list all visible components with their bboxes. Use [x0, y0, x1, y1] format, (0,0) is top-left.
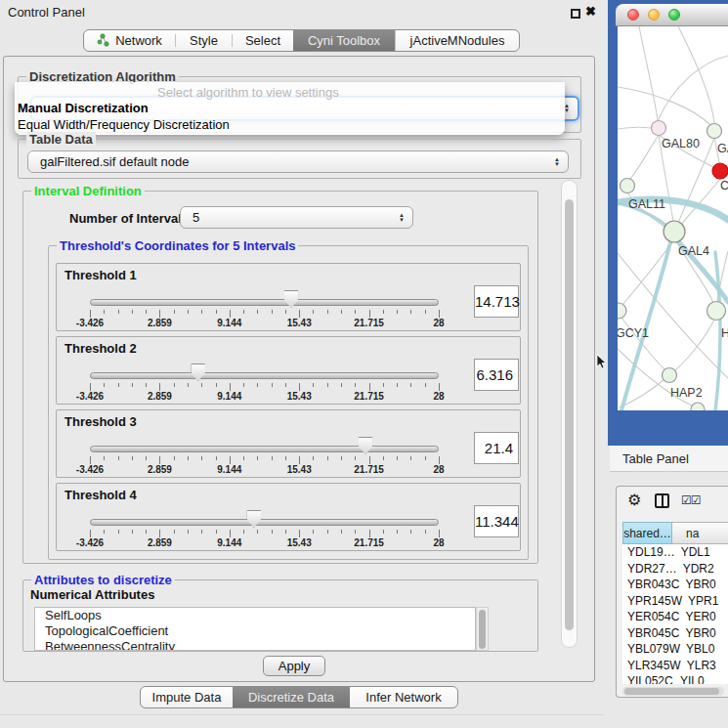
table-hscrollbar[interactable]: [622, 687, 724, 696]
panel-scrollbar[interactable]: [561, 180, 578, 648]
tick-mark: [104, 456, 105, 460]
network-edge[interactable]: [675, 320, 714, 370]
network-node[interactable]: [663, 368, 677, 383]
scrollbar-thumb[interactable]: [565, 199, 574, 630]
tick-mark: [90, 383, 91, 391]
threshold-value-field[interactable]: 11.344: [474, 505, 519, 537]
tick-label: 28: [433, 537, 444, 548]
network-node[interactable]: [664, 221, 685, 242]
network-node[interactable]: [652, 121, 666, 136]
table-row[interactable]: YIL052CYIL0: [622, 673, 728, 684]
table-cell: YBR045C: [622, 625, 679, 642]
close-icon[interactable]: ✖: [585, 4, 596, 19]
slider-tick-labels: -3.4262.8599.14415.4321.71528: [90, 391, 439, 403]
network-edge[interactable]: [622, 242, 672, 305]
table-row[interactable]: YER054CYER0: [622, 609, 728, 625]
tick-mark: [299, 310, 300, 318]
network-node[interactable]: [707, 302, 726, 321]
screen: Control Panel ✖ Network Style Select Cyn…: [0, 0, 728, 728]
zoom-traffic-icon[interactable]: [668, 9, 680, 21]
table-row[interactable]: YBR045CYBR0: [622, 625, 728, 642]
tick-label: 28: [433, 464, 444, 475]
tab-discretize-data[interactable]: Discretize Data: [233, 687, 350, 707]
network-node[interactable]: [691, 403, 705, 410]
threshold-value-field[interactable]: 14.713: [474, 285, 519, 318]
tab-select[interactable]: Select: [233, 30, 293, 51]
network-edge-highlighted[interactable]: [715, 252, 720, 410]
tick-mark: [257, 456, 258, 460]
table-row[interactable]: YBR043CYBR0: [622, 577, 728, 593]
tick-mark: [201, 530, 202, 534]
attribute-list-item[interactable]: BetweennessCentrality: [35, 639, 475, 651]
mouse-cursor-icon: [596, 354, 608, 370]
table-row[interactable]: YDR27…YDR2: [622, 561, 728, 578]
attributes-scrollbar[interactable]: [476, 607, 489, 651]
tick-mark: [341, 383, 342, 387]
network-node-label: C: [720, 179, 728, 193]
network-icon: [97, 33, 109, 48]
tick-mark: [341, 310, 342, 314]
network-canvas[interactable]: GAL80GACGAL11GAL4GCY1HHAP2: [618, 26, 728, 410]
table-row[interactable]: YPR145WYPR1: [622, 593, 728, 610]
network-edge[interactable]: [678, 26, 714, 123]
network-node-label: GCY1: [618, 326, 649, 340]
tick-mark: [257, 310, 258, 314]
network-node[interactable]: [712, 163, 728, 179]
threshold-value-field[interactable]: 21.4: [474, 432, 519, 464]
table-cell: YDL19…: [622, 544, 675, 561]
scrollbar-thumb[interactable]: [479, 610, 486, 649]
network-node[interactable]: [707, 124, 722, 139]
tick-mark: [355, 310, 356, 314]
tick-mark: [257, 530, 258, 534]
combo-value: galFiltered.sif default node: [40, 154, 189, 169]
network-edge[interactable]: [618, 127, 651, 129]
table-row[interactable]: YBL079WYBL0: [622, 641, 728, 658]
table-row[interactable]: YDL19…YDL1: [622, 544, 728, 561]
tab-style[interactable]: Style: [176, 30, 232, 51]
column-header-name[interactable]: na: [672, 522, 728, 544]
algorithm-dropdown-popup: Select algorithm to view settings Manual…: [15, 82, 565, 135]
tick-mark: [159, 310, 160, 318]
slider-track[interactable]: [90, 519, 439, 526]
close-traffic-icon[interactable]: [627, 9, 639, 21]
spinner-value: 5: [193, 210, 199, 225]
minimize-traffic-icon[interactable]: [648, 9, 660, 21]
scrollbar-thumb[interactable]: [624, 688, 719, 695]
network-edge[interactable]: [639, 26, 658, 120]
tab-cyni-toolbox[interactable]: Cyni Toolbox: [293, 30, 395, 51]
tick-label: 9.144: [217, 391, 241, 402]
popup-option-manual[interactable]: Manual Discretization: [17, 101, 561, 116]
attribute-list-item[interactable]: TopologicalCoefficient: [35, 623, 475, 639]
network-edge[interactable]: [630, 135, 659, 179]
attribute-list-item[interactable]: SelfLoops: [35, 608, 475, 623]
numerical-attributes-list[interactable]: SelfLoopsTopologicalCoefficientBetweenne…: [34, 607, 476, 651]
tab-infer-network[interactable]: Infer Network: [350, 687, 457, 707]
threshold-value-field[interactable]: 6.316: [474, 359, 519, 391]
popup-option-equal-width[interactable]: Equal Width/Frequency Discretization: [17, 117, 561, 133]
network-graph: GAL80GACGAL11GAL4GCY1HHAP2: [618, 26, 728, 410]
select-columns-icon[interactable]: ☑☑: [681, 493, 701, 507]
number-of-intervals-spinner[interactable]: 5 ▲▼: [180, 206, 413, 229]
gear-icon[interactable]: ⚙: [627, 491, 641, 509]
column-header-shared-name[interactable]: shared…: [622, 522, 672, 544]
tab-network[interactable]: Network: [84, 30, 175, 51]
tick-mark: [243, 530, 244, 534]
apply-button[interactable]: Apply: [263, 656, 325, 676]
network-edge[interactable]: [618, 87, 710, 125]
float-panel-icon[interactable]: [571, 9, 580, 19]
network-node[interactable]: [618, 303, 626, 319]
network-node[interactable]: [621, 179, 635, 193]
tick-mark: [230, 383, 231, 391]
tick-mark: [299, 530, 300, 537]
table-row[interactable]: YLR345WYLR3: [622, 658, 728, 674]
slider-track[interactable]: [90, 372, 439, 379]
slider-track[interactable]: [90, 446, 439, 452]
tab-impute-data[interactable]: Impute Data: [141, 687, 233, 707]
tab-label: Cyni Toolbox: [308, 33, 380, 48]
slider-track[interactable]: [90, 299, 439, 306]
network-window-titlebar[interactable]: [616, 4, 728, 26]
tab-jactivemnodules[interactable]: jActiveMNodules: [395, 30, 519, 51]
tick-label: 28: [433, 391, 444, 402]
table-data-combobox[interactable]: galFiltered.sif default node ▲▼: [27, 150, 569, 173]
split-columns-icon[interactable]: [655, 493, 669, 508]
